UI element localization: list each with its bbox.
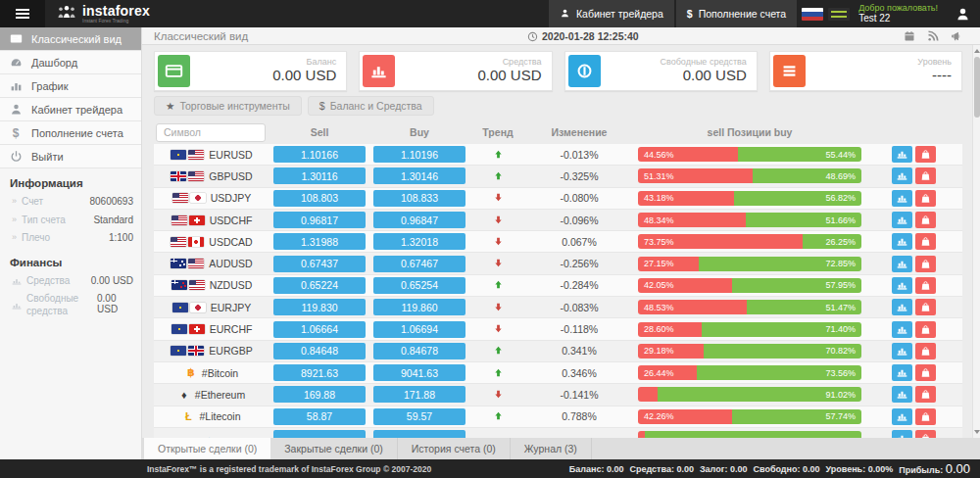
sell-price-button[interactable]: 1.31988 xyxy=(273,233,366,250)
sell-price-button[interactable]: 0.84648 xyxy=(273,343,366,359)
open-chart-button[interactable] xyxy=(892,364,912,381)
sidebar-item-chart[interactable]: График xyxy=(0,74,141,98)
open-chart-button[interactable] xyxy=(892,430,912,438)
buy-price-button[interactable]: 0.67467 xyxy=(373,256,466,272)
sidebar-item-power[interactable]: Выйти xyxy=(0,145,141,168)
trade-button[interactable] xyxy=(915,430,936,438)
trade-button[interactable] xyxy=(915,386,936,403)
sidebar-item-classic-view[interactable]: Классический вид xyxy=(0,27,141,51)
buy-price-button[interactable]: 119.860 xyxy=(373,299,466,315)
megaphone-icon[interactable] xyxy=(951,30,962,42)
open-chart-button[interactable] xyxy=(892,167,912,184)
sidebar-item-dashboard[interactable]: Дашборд xyxy=(0,51,141,74)
sell-price-button[interactable]: 1.06664 xyxy=(273,321,366,338)
sell-price-button[interactable]: 108.803 xyxy=(273,190,366,207)
sell-price-button[interactable]: 1.30116 xyxy=(273,167,366,184)
trade-button[interactable] xyxy=(915,408,936,425)
change-value: -0.284% xyxy=(526,279,632,291)
buy-price-button[interactable]: 0.96847 xyxy=(373,212,466,228)
positions-bar: 44.56% 55.44% xyxy=(638,147,861,162)
open-chart-button[interactable] xyxy=(892,277,912,294)
open-chart-button[interactable] xyxy=(892,146,912,163)
trade-button[interactable] xyxy=(915,146,936,163)
open-chart-button[interactable] xyxy=(892,212,912,228)
sell-price-button[interactable]: 0.67437 xyxy=(273,256,366,272)
buy-price-button[interactable]: 1.30146 xyxy=(373,167,466,184)
sidebar-item-user[interactable]: Кабинет трейдера xyxy=(0,98,141,121)
open-chart-button[interactable] xyxy=(892,299,912,315)
tab-0[interactable]: Открытые сделки (0) xyxy=(144,438,270,459)
symbol-cell: USDCHF xyxy=(154,215,270,226)
scroll-up-arrow[interactable] xyxy=(974,49,980,53)
trade-button[interactable] xyxy=(915,299,936,315)
symbol-filter-input[interactable] xyxy=(156,123,266,142)
menu-toggle-button[interactable] xyxy=(0,0,45,27)
scrollbar-thumb[interactable] xyxy=(974,57,980,118)
buy-price-button[interactable]: 108.833 xyxy=(373,190,466,207)
sell-price-button[interactable]: 1.10166 xyxy=(273,146,366,163)
open-chart-button[interactable] xyxy=(892,233,912,250)
open-chart-button[interactable] xyxy=(892,408,912,425)
change-value: 0.346% xyxy=(526,367,632,379)
sell-price-button[interactable]: 0.96817 xyxy=(273,212,366,228)
buy-price-button[interactable]: 9041.63 xyxy=(373,364,466,381)
calendar-icon[interactable] xyxy=(904,30,915,42)
flag-jp-icon xyxy=(190,193,206,203)
scroll-down-arrow[interactable] xyxy=(974,430,980,434)
buy-price-button[interactable]: 171.88 xyxy=(373,386,466,403)
info-label: Плечо xyxy=(22,232,50,245)
trend-down-icon xyxy=(493,233,504,251)
sell-price-button[interactable]: 0.65224 xyxy=(273,277,366,294)
trade-button[interactable] xyxy=(915,190,936,207)
tab-3[interactable]: Журнал (3) xyxy=(511,438,592,459)
positions-bar: 48.34% 51.66% xyxy=(638,213,861,227)
deposit-button[interactable]: $ Пополнение счета xyxy=(676,0,797,27)
sidebar-item-dollar[interactable]: $ Пополнение счета xyxy=(0,121,141,145)
open-chart-button[interactable] xyxy=(892,190,912,207)
trade-button[interactable] xyxy=(915,277,936,294)
footer-stat: Средства: 0.00 xyxy=(629,464,693,474)
symbol-row: EURUSD 1.10166 1.10196 -0.013% 44.56% 55… xyxy=(154,144,962,166)
buy-price-button[interactable] xyxy=(373,430,466,438)
symbol-row: EURCHF 1.06664 1.06694 -0.118% 28.60% 71… xyxy=(154,318,962,340)
balance-funds-button[interactable]: $ Баланс и Средства xyxy=(308,96,434,116)
content: Баланс 0.00 USD Средства 0.00 USD Свобод… xyxy=(142,45,972,438)
rss-icon[interactable] xyxy=(927,30,939,42)
sell-price-button[interactable]: 58.87 xyxy=(273,408,366,425)
flag-us-icon xyxy=(172,215,187,225)
open-chart-button[interactable] xyxy=(892,321,912,338)
language-secondary-flag-icon[interactable] xyxy=(828,8,850,21)
trader-cabinet-button[interactable]: Кабинет трейдера xyxy=(549,0,674,27)
open-chart-button[interactable] xyxy=(892,256,912,272)
trade-button[interactable] xyxy=(915,233,936,250)
buy-price-button[interactable]: 0.84678 xyxy=(373,343,466,359)
open-chart-button[interactable] xyxy=(892,343,912,359)
sell-price-button[interactable]: 119.830 xyxy=(273,299,366,315)
symbol-cell: EURGBP xyxy=(154,345,270,357)
vertical-scrollbar[interactable] xyxy=(972,45,980,438)
tab-2[interactable]: История счета (0) xyxy=(398,438,511,459)
trade-button[interactable] xyxy=(915,364,936,381)
open-chart-button[interactable] xyxy=(892,386,912,403)
tab-1[interactable]: Закрытые сделки (0) xyxy=(270,438,397,459)
trade-button[interactable] xyxy=(915,167,936,184)
trade-button[interactable] xyxy=(915,343,936,359)
buy-price-button[interactable]: 1.32018 xyxy=(373,233,466,250)
trade-button[interactable] xyxy=(915,321,936,338)
trade-button[interactable] xyxy=(915,256,936,272)
buy-price-button[interactable]: 59.57 xyxy=(373,408,466,425)
buy-price-button[interactable]: 1.06694 xyxy=(373,321,466,338)
profile-icon[interactable] xyxy=(946,0,980,27)
star-icon: ★ xyxy=(166,100,174,112)
trade-button[interactable] xyxy=(915,212,936,228)
trading-instruments-button[interactable]: ★ Торговые инструменты xyxy=(154,96,302,116)
sell-price-button[interactable] xyxy=(273,430,366,438)
finance-section-title: Финансы xyxy=(0,248,141,272)
buy-price-button[interactable]: 0.65254 xyxy=(373,277,466,294)
language-russian-flag-icon[interactable] xyxy=(802,8,823,21)
buy-price-button[interactable]: 1.10196 xyxy=(373,146,466,163)
currency-pair-flags xyxy=(171,346,204,356)
sell-positions-segment: 28.60% xyxy=(638,322,702,337)
sell-price-button[interactable]: 169.88 xyxy=(273,386,366,403)
sell-price-button[interactable]: 8921.63 xyxy=(273,364,366,381)
